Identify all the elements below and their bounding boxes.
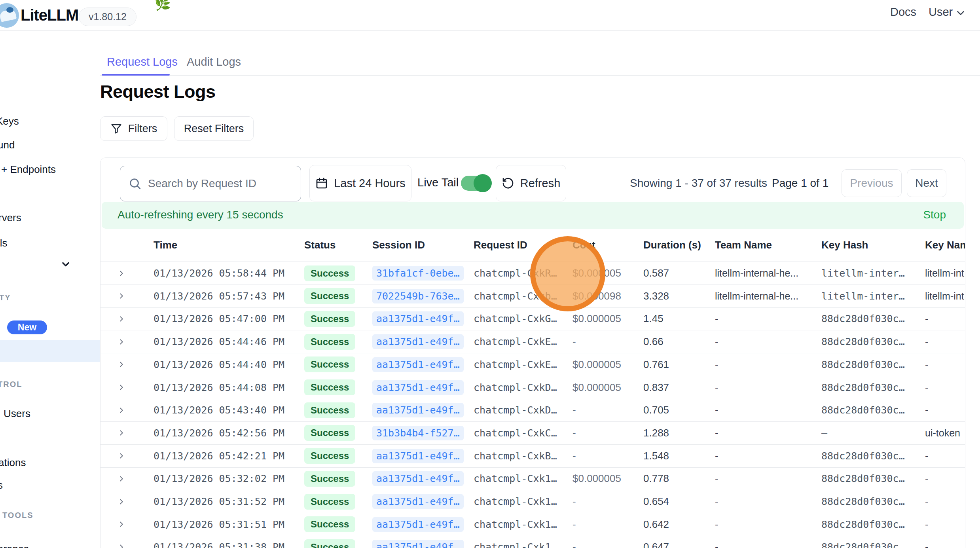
status-badge: Success [304,539,355,548]
session-id-link[interactable]: aa1375d1-e49f… [372,494,464,509]
cell-time: 01/13/2026 05:42:56 PM [154,422,284,444]
cell-team-name: litellm-internal-he... [715,285,798,307]
cell-key-hash: 88dc28d0f030c… [821,467,905,490]
app-title: LiteLLM [21,6,78,24]
row-expander[interactable] [117,445,131,467]
row-expander[interactable] [117,376,131,399]
sidebar-item-users[interactable]: Users [4,406,30,421]
row-expander[interactable] [117,353,131,376]
cell-key-hash: 88dc28d0f030c… [821,490,905,513]
cell-request-id: chatcmpl-CxkE… [474,353,557,376]
cell-session-id: aa1375d1-e49f… [372,353,464,376]
filters-button[interactable]: Filters [100,116,167,141]
table-row: 01/13/2026 05:32:02 PM Success aa1375d1-… [100,467,965,490]
status-badge: Success [304,494,355,510]
funnel-icon [110,123,122,135]
tabs-divider [100,75,980,76]
sidebar-section-tools: TOOLS [2,510,34,520]
tab-request-logs[interactable]: Request Logs [107,55,178,68]
cell-cost: - [572,513,576,536]
cell-key-hash: 88dc28d0f030c… [821,399,905,421]
cell-time: 01/13/2026 05:44:08 PM [154,376,284,399]
row-expander[interactable] [117,399,131,421]
table-row: 01/13/2026 05:44:40 PM Success aa1375d1-… [100,353,965,376]
chevron-down-icon[interactable] [955,7,967,19]
status-badge: Success [304,471,355,487]
row-expander[interactable] [117,513,131,536]
sidebar-item-playground[interactable]: und [0,137,15,152]
page-title: Request Logs [100,82,216,102]
sidebar-item-teams[interactable]: s [0,478,3,493]
row-expander[interactable] [117,490,131,513]
sidebar-section-access-control: TROL [0,379,22,389]
row-expander[interactable] [117,330,131,353]
cell-session-id: aa1375d1-e49f… [372,307,464,330]
status-badge: Success [304,402,355,418]
session-id-link[interactable]: aa1375d1-e49f… [372,311,464,326]
logs-panel: Last 24 Hours Live Tail Refresh Showing … [100,157,965,548]
sidebar-item-guardrails[interactable]: ils [0,235,8,250]
user-menu[interactable]: User [929,6,953,19]
sidebar-item-organizations[interactable]: ations [0,455,26,470]
cell-time: 01/13/2026 05:44:46 PM [154,330,284,353]
sidebar-collapse-chevron-icon[interactable] [60,259,71,270]
cell-cost: - [572,399,576,421]
cell-request-id: chatcmpl-Cxk1… [474,490,557,513]
row-expander[interactable] [117,422,131,444]
cell-team-name: - [715,536,718,548]
table-row: 01/13/2026 05:44:08 PM Success aa1375d1-… [100,376,965,399]
cell-key-hash: 88dc28d0f030c… [821,307,905,330]
session-id-link[interactable]: aa1375d1-e49f… [372,449,464,463]
session-id-link[interactable]: aa1375d1-e49f… [372,357,464,372]
litellm-logo-icon [0,3,19,28]
cell-key-hash: litellm-inter… [821,285,905,307]
sidebar-item-servers[interactable]: rvers [0,210,21,225]
litellm-dashboard: LiteLLM v1.80.12 🌿 Docs User Keys und + … [0,0,980,548]
session-id-link[interactable]: aa1375d1-e49f… [372,540,464,548]
session-id-link[interactable]: 7022549b-763e… [372,289,464,303]
session-id-link[interactable]: aa1375d1-e49f… [372,403,464,417]
sidebar-item-endpoints[interactable]: + Endpoints [1,162,56,177]
cell-status: Success [304,399,355,421]
row-expander[interactable] [117,467,131,490]
session-id-link[interactable]: 31b3b4b4-f527… [372,426,464,440]
cell-duration: 0.642 [643,513,669,536]
session-id-link[interactable]: 31bfa1cf-0ebe… [372,266,464,281]
session-id-link[interactable]: aa1375d1-e49f… [372,380,464,395]
table-row: 01/13/2026 05:47:00 PM Success aa1375d1-… [100,307,965,330]
table-row: 01/13/2026 05:44:46 PM Success aa1375d1-… [100,330,965,353]
cell-session-id: aa1375d1-e49f… [372,536,464,548]
sidebar-item-logs-selected[interactable] [0,340,112,362]
session-id-link[interactable]: aa1375d1-e49f… [372,517,464,532]
cell-session-id: aa1375d1-e49f… [372,490,464,513]
cell-key-hash: 88dc28d0f030c… [821,330,905,353]
row-expander[interactable] [117,536,131,548]
cell-key-name: - [925,307,965,330]
sidebar-item-api-reference[interactable]: erence [0,541,29,548]
filters-label: Filters [128,123,157,135]
sidebar-item-keys[interactable]: Keys [0,114,19,129]
cell-duration: 0.647 [643,536,669,548]
cell-time: 01/13/2026 05:44:40 PM [154,353,284,376]
cell-cost: - [572,422,576,444]
status-badge: Success [304,448,355,464]
docs-link[interactable]: Docs [890,6,916,19]
cell-request-id: chatcmpl-Cxk1… [474,513,557,536]
status-badge: Success [304,379,355,395]
session-id-link[interactable]: aa1375d1-e49f… [372,471,464,486]
tab-audit-logs[interactable]: Audit Logs [187,55,241,68]
reset-filters-button[interactable]: Reset Filters [174,116,254,141]
cell-status: Success [304,422,355,444]
cell-key-hash: 88dc28d0f030c… [821,353,905,376]
row-expander[interactable] [117,262,131,284]
cell-team-name: - [715,490,718,513]
version-badge: v1.80.12 [79,8,136,26]
top-bar: LiteLLM v1.80.12 🌿 Docs User [0,0,980,31]
session-id-link[interactable]: aa1375d1-e49f… [372,334,464,349]
status-badge: Success [304,334,355,350]
cell-team-name: - [715,467,718,490]
row-expander[interactable] [117,285,131,307]
cell-session-id: aa1375d1-e49f… [372,399,464,421]
cell-key-name: - [925,445,965,467]
row-expander[interactable] [117,307,131,330]
